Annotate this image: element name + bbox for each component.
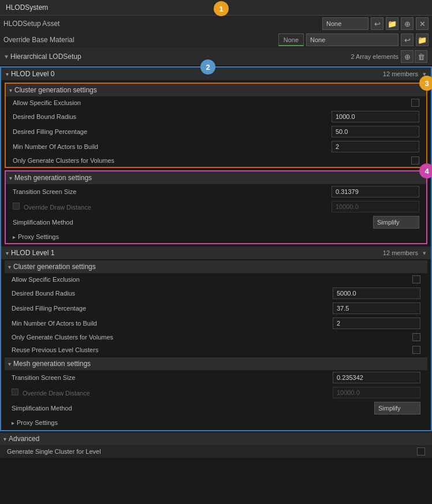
hlod1-label: HLOD Level 1 (11, 249, 383, 257)
none-button[interactable]: None (278, 33, 304, 46)
allow-exclusion-checkbox-0[interactable] (411, 99, 419, 107)
override-draw-checkbox-1[interactable] (12, 389, 18, 395)
bound-radius-input-1[interactable] (333, 288, 420, 299)
proxy-settings-row-1[interactable]: ▸ Proxy Settings (5, 416, 427, 429)
min-actors-label-0: Min Number Of Actors to Build (13, 143, 332, 150)
override-draw-input-1 (333, 387, 420, 398)
bound-radius-row-0: Desired Bound Radius (6, 109, 426, 124)
only-clusters-row-1: Only Generate Clusters for Volumes (5, 331, 427, 344)
hierarchical-label: Hierarchical LODSetup (10, 53, 351, 61)
simplification-dropdown-0[interactable]: Simplify (373, 216, 419, 229)
proxy-settings-row-0[interactable]: ▸ Proxy Settings (6, 230, 426, 243)
transition-size-row-0: Transition Screen Size (6, 184, 426, 199)
array-delete-icon[interactable]: 🗑 (415, 50, 427, 63)
badge-1: 1 (214, 1, 229, 16)
simplification-select-wrapper-1: Simplify (374, 402, 420, 415)
simplification-select-wrapper-0: Simplify (373, 216, 419, 229)
add-icon[interactable]: ⊕ (401, 17, 414, 30)
transition-size-row-1: Transition Screen Size (5, 370, 427, 385)
reuse-previous-checkbox-1[interactable] (412, 346, 420, 354)
transition-size-input-0[interactable] (332, 186, 419, 197)
hlod-setup-asset-dropdown[interactable]: None (322, 17, 368, 30)
back-icon[interactable]: ↩ (371, 17, 383, 30)
hlod-setup-asset-controls: None ↩ 📁 ⊕ ✕ (322, 17, 429, 30)
override-draw-row-0: Override Draw Distance (6, 199, 426, 214)
hlod-level-1-header[interactable]: ▾ HLOD Level 1 12 members ▾ (1, 247, 431, 259)
advanced-label: Advanced (9, 435, 39, 443)
mesh-label-0: Mesh generation settings (14, 174, 92, 182)
browse-icon[interactable]: 📁 (386, 17, 399, 30)
array-controls: ⊕ 🗑 (401, 50, 427, 63)
array-add-icon[interactable]: ⊕ (401, 50, 414, 63)
cluster-settings-box-0: 3 ▾ Cluster generation settings Allow Sp… (5, 83, 427, 168)
bound-radius-input-0[interactable] (332, 111, 419, 122)
only-clusters-row-0: Only Generate Clusters for Volumes (6, 154, 426, 167)
filling-pct-input-0[interactable] (332, 126, 419, 137)
override-draw-row-1: Override Draw Distance (5, 385, 427, 400)
only-clusters-checkbox-0[interactable] (411, 156, 419, 165)
simplification-label-0: Simplification Method (13, 219, 373, 226)
bound-radius-label-1: Desired Bound Radius (12, 290, 333, 297)
hlod1-expand-icon[interactable]: ▾ (423, 249, 426, 257)
advanced-header[interactable]: ▾ Advanced (0, 432, 432, 445)
mesh-settings-box-0: 4 ▾ Mesh generation settings Transition … (5, 170, 427, 244)
proxy-arrow-1: ▸ (12, 420, 14, 426)
filling-pct-label-0: Desired Filling Percentage (13, 128, 332, 135)
proxy-label-0: Proxy Settings (18, 233, 59, 240)
override-draw-label-0: Override Draw Distance (13, 203, 332, 211)
hlod-setup-asset-row: HLODSetup Asset None ↩ 📁 ⊕ ✕ (0, 16, 432, 32)
mesh-arrow-0: ▾ (9, 175, 12, 181)
simplification-label-1: Simplification Method (12, 405, 374, 412)
filling-pct-row-0: Desired Filling Percentage (6, 124, 426, 139)
override-base-material-row: Override Base Material None None ↩ 📁 (0, 32, 432, 48)
min-actors-row-1: Min Number Of Actors to Build (5, 316, 427, 331)
cluster-arrow-1: ▾ (8, 264, 11, 270)
hierarchical-arrow[interactable]: ▾ (5, 53, 8, 61)
hlod-level-0-header[interactable]: ▾ HLOD Level 0 12 members ▾ (1, 68, 431, 80)
mesh-label-1: Mesh generation settings (13, 360, 91, 368)
cluster-label-1: Cluster generation settings (13, 263, 96, 271)
override-dropdown[interactable]: None (306, 33, 399, 46)
allow-exclusion-label-0: Allow Specific Exclusion (13, 99, 411, 106)
simplification-method-row-1: Simplification Method Simplify (5, 400, 427, 416)
transition-size-label-1: Transition Screen Size (12, 374, 333, 381)
only-clusters-checkbox-1[interactable] (412, 333, 420, 341)
mesh-settings-container-1: ▾ Mesh generation settings Transition Sc… (5, 357, 427, 429)
allow-exclusion-row-0: Allow Specific Exclusion (6, 96, 426, 109)
cluster-section-header-1[interactable]: ▾ Cluster generation settings (5, 260, 427, 273)
window-title: HLODSystem (6, 3, 48, 12)
browse2-icon[interactable]: 📁 (416, 33, 429, 46)
only-clusters-label-1: Only Generate Clusters for Volumes (12, 334, 412, 341)
cluster-section-header-0[interactable]: ▾ Cluster generation settings (6, 84, 426, 96)
mesh-section-header-1[interactable]: ▾ Mesh generation settings (5, 357, 427, 370)
simplification-method-row-0: Simplification Method Simplify (6, 214, 426, 230)
generate-cluster-checkbox[interactable] (417, 447, 425, 456)
simplification-dropdown-1[interactable]: Simplify (374, 402, 420, 415)
override-draw-input-0 (332, 201, 419, 212)
hlod0-members: 12 members (383, 70, 418, 77)
reuse-previous-row-1: Reuse Previous Level Clusters (5, 344, 427, 356)
mesh-section-header-0[interactable]: ▾ Mesh generation settings (6, 171, 426, 184)
min-actors-row-0: Min Number Of Actors to Build (6, 139, 426, 154)
cluster-arrow-0: ▾ (9, 87, 12, 94)
filling-pct-input-1[interactable] (333, 303, 420, 314)
min-actors-input-0[interactable] (332, 141, 419, 152)
proxy-label-1: Proxy Settings (17, 419, 58, 426)
back2-icon[interactable]: ↩ (401, 33, 414, 46)
min-actors-input-1[interactable] (333, 318, 420, 329)
override-base-label: Override Base Material (3, 36, 278, 44)
cluster-settings-container-1: ▾ Cluster generation settings Allow Spec… (5, 260, 427, 356)
advanced-section: ▾ Advanced Generate Single Cluster for L… (0, 432, 432, 458)
transition-size-input-1[interactable] (333, 372, 420, 383)
hlod-setup-asset-label: HLODSetup Asset (3, 20, 322, 28)
close-icon[interactable]: ✕ (416, 17, 429, 30)
hierarchical-header: ▾ Hierarchical LODSetup 2 Array elements… (0, 48, 432, 65)
title-bar: HLODSystem 1 (0, 0, 432, 16)
override-draw-checkbox-0[interactable] (13, 203, 20, 210)
hlod0-arrow: ▾ (6, 71, 9, 77)
badge-4: 4 (419, 163, 432, 178)
allow-exclusion-checkbox-1[interactable] (412, 275, 420, 283)
override-controls: None None ↩ 📁 (278, 33, 429, 46)
array-count: 2 Array elements (351, 53, 399, 60)
badge-3: 3 (419, 76, 432, 91)
